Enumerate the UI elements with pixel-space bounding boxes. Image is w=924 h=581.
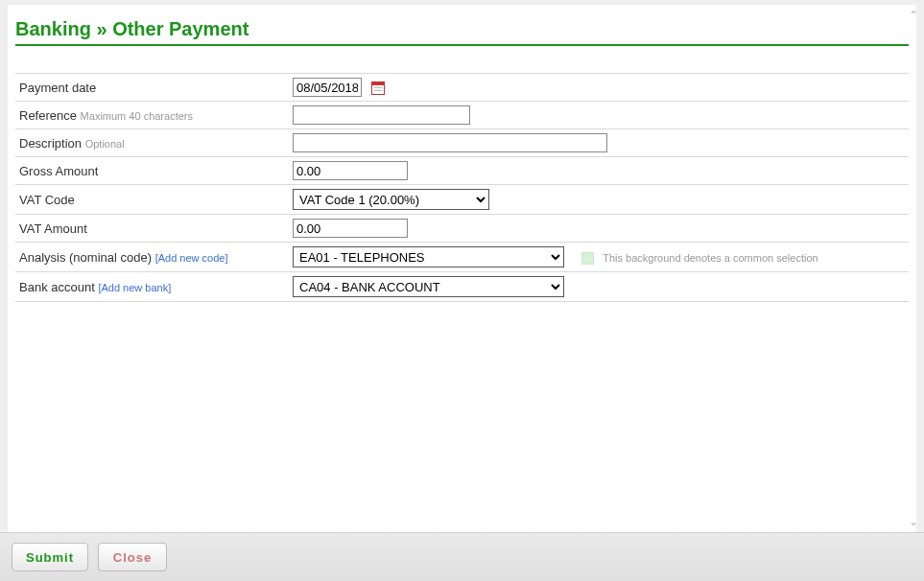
title-divider <box>15 44 909 46</box>
footer-bar: Submit Close <box>0 532 924 581</box>
payment-date-label: Payment date <box>19 81 96 95</box>
submit-button[interactable]: Submit <box>12 543 88 571</box>
calendar-icon[interactable] <box>371 81 385 95</box>
add-new-code-link[interactable]: [Add new code] <box>155 252 228 264</box>
row-gross-amount: Gross Amount <box>15 157 909 185</box>
close-button[interactable]: Close <box>98 543 167 571</box>
analysis-legend: This background denotes a common selecti… <box>603 252 817 264</box>
description-input[interactable] <box>293 133 607 152</box>
row-description: Description Optional <box>15 129 909 157</box>
scroll-down-indicator: ⌄ <box>909 515 916 528</box>
analysis-label: Analysis (nominal code) <box>19 250 152 265</box>
add-new-bank-link[interactable]: [Add new bank] <box>98 282 171 293</box>
vat-amount-input[interactable] <box>293 219 408 238</box>
description-label: Description <box>19 136 82 151</box>
analysis-select[interactable]: EA01 - TELEPHONES <box>293 246 564 267</box>
row-vat-amount: VAT Amount <box>15 215 909 243</box>
scroll-up-indicator: ⌃ <box>909 9 916 22</box>
common-selection-swatch <box>581 252 594 265</box>
description-hint: Optional <box>85 138 125 150</box>
row-vat-code: VAT Code VAT Code 1 (20.00%) <box>15 185 909 215</box>
reference-label: Reference <box>19 108 77 123</box>
gross-amount-input[interactable] <box>293 161 408 180</box>
vat-amount-label: VAT Amount <box>19 221 87 236</box>
row-bank-account: Bank account [Add new bank] CA04 - BANK … <box>15 272 909 302</box>
payment-date-input[interactable] <box>293 78 362 97</box>
reference-hint: Maximum 40 characters <box>81 110 193 122</box>
vat-code-select[interactable]: VAT Code 1 (20.00%) <box>293 189 489 210</box>
row-payment-date: Payment date <box>15 74 909 102</box>
page-title: Banking » Other Payment <box>15 18 909 40</box>
bank-account-label: Bank account <box>19 280 95 294</box>
form-table: Payment date Reference Maximum 40 charac… <box>15 73 909 302</box>
vat-code-label: VAT Code <box>19 193 75 207</box>
gross-amount-label: Gross Amount <box>19 164 98 178</box>
row-reference: Reference Maximum 40 characters <box>15 102 909 129</box>
bank-account-select[interactable]: CA04 - BANK ACCOUNT <box>293 276 564 297</box>
content-area: ⌃ ⌄ Banking » Other Payment Payment date… <box>8 5 916 532</box>
reference-input[interactable] <box>293 105 470 125</box>
row-analysis: Analysis (nominal code) [Add new code] E… <box>15 243 909 272</box>
